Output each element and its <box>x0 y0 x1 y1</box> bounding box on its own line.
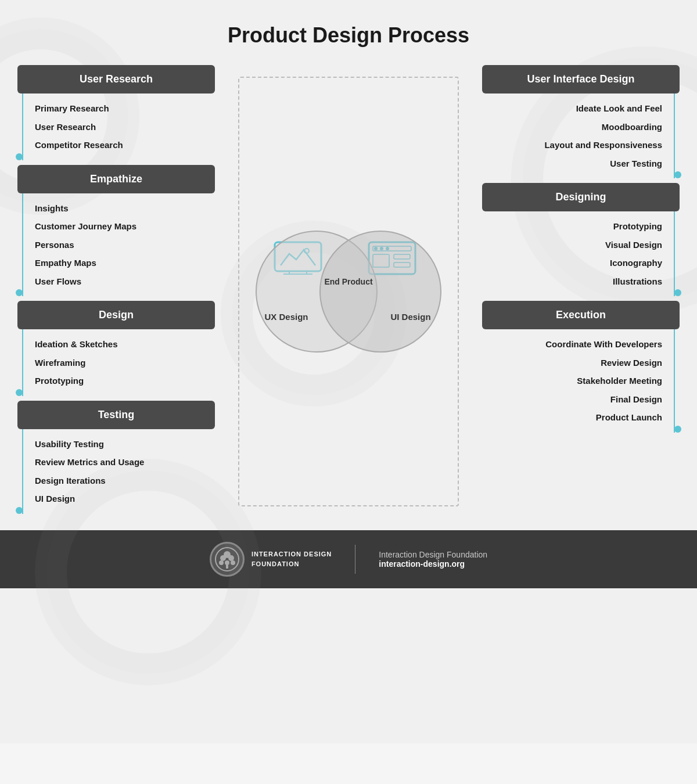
list-item: Design Iterations <box>29 472 215 490</box>
list-item: Iconography <box>482 254 668 272</box>
footer-divider <box>355 545 355 574</box>
footer-right: Interaction Design Foundation interactio… <box>379 550 487 569</box>
ui-design-items: Ideate Look and Feel Moodboarding Layout… <box>482 93 680 178</box>
list-item: Ideate Look and Feel <box>482 99 668 118</box>
design-label: Design <box>99 309 134 321</box>
list-item: Coordinate With Developers <box>482 335 668 354</box>
left-column: User Research Primary Research User Rese… <box>17 65 215 519</box>
connector-dot <box>16 389 23 396</box>
list-item: Visual Design <box>482 236 668 254</box>
logo-name: INTERACTION DESIGNFOUNDATION <box>252 551 332 567</box>
list-item: Final Design <box>482 390 668 409</box>
testing-label: Testing <box>98 409 135 420</box>
testing-group: Testing Usability Testing Review Metrics… <box>17 401 215 514</box>
list-item: Insights <box>29 199 215 218</box>
list-item: Personas <box>29 236 215 254</box>
list-item: Moodboarding <box>482 118 668 136</box>
connector-dot <box>16 289 23 296</box>
list-item: UI Design <box>29 490 215 508</box>
list-item: Wireframing <box>29 354 215 372</box>
list-item: Review Metrics and Usage <box>29 453 215 472</box>
list-item: Layout and Responsiveness <box>482 136 668 154</box>
empathize-items: Insights Customer Journey Maps Personas … <box>17 193 215 297</box>
ui-label: UI Design <box>385 312 437 322</box>
user-research-box: User Research <box>17 65 215 93</box>
list-item: Empathy Maps <box>29 254 215 272</box>
design-group: Design Ideation & Sketches Wireframing P… <box>17 301 215 396</box>
venn-diagram: UX Design End Product UI Design <box>250 193 447 390</box>
list-item: Ideation & Sketches <box>29 335 215 354</box>
right-column: User Interface Design Ideate Look and Fe… <box>482 65 680 519</box>
ux-label: UX Design <box>260 312 312 322</box>
empathize-label: Empathize <box>90 173 142 185</box>
org-name: Interaction Design Foundation <box>379 550 487 559</box>
ui-design-box: User Interface Design <box>482 65 680 93</box>
connector-dot <box>674 171 681 178</box>
designing-label: Designing <box>555 191 606 203</box>
ui-design-group: User Interface Design Ideate Look and Fe… <box>482 65 680 178</box>
list-item: Illustrations <box>482 272 668 291</box>
ui-circle <box>319 231 441 353</box>
designing-box: Designing <box>482 183 680 211</box>
design-items: Ideation & Sketches Wireframing Prototyp… <box>17 329 215 396</box>
list-item: Prototyping <box>29 372 215 390</box>
list-item: Stakeholder Meeting <box>482 372 668 390</box>
list-item: Prototyping <box>482 217 668 236</box>
execution-group: Execution Coordinate With Developers Rev… <box>482 301 680 433</box>
list-item: Review Design <box>482 354 668 372</box>
execution-box: Execution <box>482 301 680 329</box>
empathize-box: Empathize <box>17 165 215 193</box>
list-item: Product Launch <box>482 408 668 427</box>
list-item: Usability Testing <box>29 435 215 454</box>
connector-dot <box>674 289 681 296</box>
list-item: User Research <box>29 118 215 136</box>
design-box: Design <box>17 301 215 329</box>
designing-group: Designing Prototyping Visual Design Icon… <box>482 183 680 296</box>
designing-items: Prototyping Visual Design Iconography Il… <box>482 211 680 296</box>
main-container: Product Design Process User Research Pri… <box>0 0 697 743</box>
user-research-group: User Research Primary Research User Rese… <box>17 65 215 160</box>
center-column: UX Design End Product UI Design <box>215 65 482 519</box>
user-research-label: User Research <box>80 73 153 85</box>
connector-dot <box>16 153 23 160</box>
testing-box: Testing <box>17 401 215 429</box>
end-product-label: End Product <box>319 277 378 286</box>
empathize-group: Empathize Insights Customer Journey Maps… <box>17 165 215 297</box>
connector-dot <box>674 426 681 433</box>
execution-label: Execution <box>556 309 606 321</box>
connector-dot <box>16 507 23 514</box>
list-item: Primary Research <box>29 99 215 118</box>
list-item: Competitor Research <box>29 136 215 154</box>
content-area: User Research Primary Research User Rese… <box>0 65 697 519</box>
list-item: User Testing <box>482 154 668 173</box>
logo-text-box: INTERACTION DESIGNFOUNDATION <box>252 549 332 569</box>
website: interaction-design.org <box>379 559 487 569</box>
ui-design-label: User Interface Design <box>527 73 634 85</box>
list-item: Customer Journey Maps <box>29 217 215 236</box>
list-item: User Flows <box>29 272 215 291</box>
testing-items: Usability Testing Review Metrics and Usa… <box>17 429 215 514</box>
user-research-items: Primary Research User Research Competito… <box>17 93 215 160</box>
execution-items: Coordinate With Developers Review Design… <box>482 329 680 433</box>
